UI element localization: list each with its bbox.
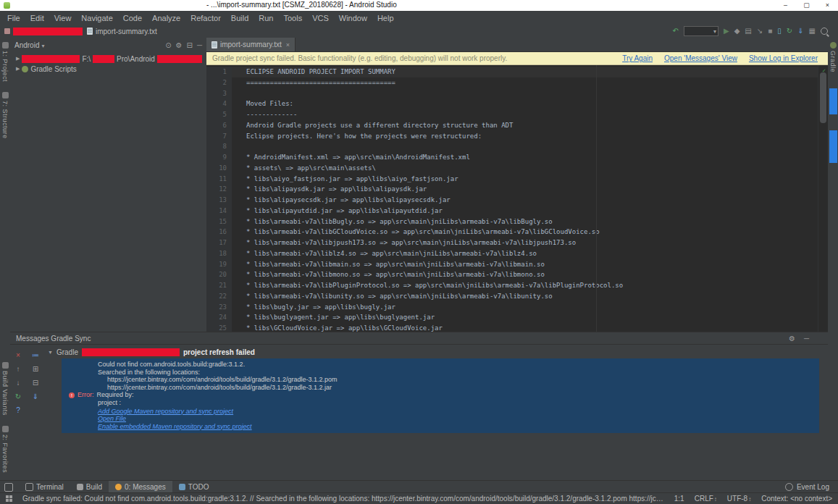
menu-item-vcs[interactable]: VCS [307,14,334,22]
event-log-button[interactable]: Event Log [785,483,838,491]
attach-debugger-icon[interactable]: ↘ [757,28,763,35]
code-line[interactable]: 16* libs\armeabi-v7a\libGCloudVoice.so =… [206,227,828,238]
sync-gradle-icon[interactable]: ↻ [787,28,792,35]
code-line[interactable]: 10* assets\ => app\src\main\assets\ [206,163,828,174]
sdk-manager-icon[interactable]: ⇓ [797,28,803,35]
chevron-down-icon[interactable]: ▼ [48,350,53,355]
expand-all-icon[interactable]: ⊞ [30,366,41,373]
code-line[interactable]: 9* AndroidManifest.xml => app\src\main\A… [206,152,828,163]
breadcrumb-file[interactable]: import-summary.txt [96,28,157,35]
close-icon[interactable]: × [12,352,24,359]
toolwindow-tab-terminal[interactable]: Terminal [19,481,70,493]
settings-icon[interactable]: ⚙ [176,41,183,49]
menu-item-help[interactable]: Help [372,14,399,22]
code-line[interactable]: 20* libs\armeabi-v7a\libmono.so => app\s… [206,269,828,280]
code-line[interactable]: 12* libs\alipaysdk.jar => app\libs\alipa… [206,184,828,195]
context-indicator[interactable]: Context: <no context> [761,495,832,503]
banner-link-try-again[interactable]: Try Again [622,54,653,62]
toolwindow-tab-build[interactable]: Build [70,481,109,493]
gradle-error-node[interactable]: ▼ Gradle project refresh failed [43,347,828,358]
sync-icon[interactable]: ↻ [12,393,24,400]
quickfix-link-enable-embedded-maven-repository-and-sync-project[interactable]: Enable embedded Maven repository and syn… [62,423,819,431]
chevron-right-icon[interactable]: ▶ [16,66,20,72]
menu-item-code[interactable]: Code [118,14,147,22]
code-line[interactable]: 1ECLIPSE ANDROID PROJECT IMPORT SUMMARY [206,67,828,77]
close-tab-icon[interactable]: × [286,41,290,49]
code-line[interactable]: 7Eclipse projects. Here's how the projec… [206,131,828,142]
encoding-indicator[interactable]: UTF-8↕ [727,495,751,503]
code-line[interactable]: 19* libs\armeabi-v7a\libmain.so => app\s… [206,259,828,270]
chevron-right-icon[interactable]: ▶ [16,56,20,62]
avd-manager-icon[interactable]: ▯ [777,28,782,35]
menu-item-build[interactable]: Build [226,14,254,22]
code-line[interactable]: 14* libs\alipayutdid.jar => app\libs\ali… [206,206,828,217]
menu-item-window[interactable]: Window [334,14,372,22]
status-message[interactable]: Gradle sync failed: Could not find com.a… [22,495,664,503]
stop-icon[interactable]: ■ [768,28,772,35]
code-line[interactable]: 3 [206,88,828,99]
menu-item-navigate[interactable]: Navigate [76,14,117,22]
tool-stripe-tab-build-variants[interactable]: Build Variants [1,362,9,416]
run-config-select[interactable]: ▾ [684,26,718,36]
menu-item-run[interactable]: Run [254,14,278,22]
line-separator-indicator[interactable]: CRLF↕ [695,495,717,503]
scrollbar-thumb[interactable] [820,72,826,123]
code-line[interactable]: 2====================================== [206,77,828,88]
export-icon[interactable]: ⇓ [30,393,41,400]
device-manager-icon[interactable]: ▦ [809,28,816,35]
code-line[interactable]: 21* libs\armeabi-v7a\libPluginProtocol.s… [206,280,828,291]
profile-icon[interactable]: ▤ [745,28,751,35]
quickfix-link-add-google-maven-repository-and-sync-project[interactable]: Add Google Maven repository and sync pro… [62,408,819,416]
hide-panel-icon[interactable]: ─ [804,335,809,343]
code-line[interactable]: 15* libs\armeabi-v7a\libBugly.so => app\… [206,217,828,227]
tool-stripe-tab-gradle[interactable]: Gradle [829,42,837,72]
toolwindow-tab-todo[interactable]: TODO [172,481,216,493]
code-line[interactable]: 24* libs\buglyagent.jar => app\libs\bugl… [206,312,828,323]
code-line[interactable]: 23* libs\bugly.jar => app\libs\bugly.jar [206,302,828,313]
minimize-button[interactable]: – [775,0,796,11]
settings-icon[interactable]: ⚙ [789,335,795,343]
editor-body[interactable]: 1ECLIPSE ANDROID PROJECT IMPORT SUMMARY2… [206,65,828,333]
menu-item-analyze[interactable]: Analyze [147,14,185,22]
code-line[interactable]: 18* libs\armeabi-v7a\liblz4.so => app\sr… [206,248,828,259]
collapse-all-icon[interactable]: ⊟ [187,41,193,49]
code-line[interactable]: 5------------- [206,109,828,120]
hide-panel-icon[interactable]: ─ [197,41,202,49]
code-line[interactable]: 8 [206,141,828,152]
search-everywhere-icon[interactable] [821,28,828,35]
debug-icon[interactable]: ◆ [734,28,740,35]
menu-item-tools[interactable]: Tools [278,14,307,22]
filter-icon[interactable]: ≔ [30,352,41,359]
code-line[interactable]: 4Moved Files: [206,98,828,109]
previous-message-icon[interactable]: ↑ [12,366,24,373]
toolwindow-switcher-icon[interactable] [4,483,13,492]
toolwindow-tab-0-messages[interactable]: 0: Messages [109,481,172,493]
menu-item-edit[interactable]: Edit [25,14,49,22]
banner-link-show-log-in-explorer[interactable]: Show Log in Explorer [749,54,818,62]
banner-link-open-messages-view[interactable]: Open 'Messages' View [664,54,737,62]
tree-row[interactable]: ▶Gradle Scripts [10,64,206,74]
maximize-button[interactable]: ▢ [796,0,817,11]
menu-item-refactor[interactable]: Refactor [185,14,226,22]
editor-tab-import-summary[interactable]: import-summary.txt × [206,38,296,51]
next-message-icon[interactable]: ↓ [12,379,24,387]
code-line[interactable]: 13* libs\alipaysecsdk.jar => app\libs\al… [206,195,828,206]
code-line[interactable]: 6Android Gradle projects use a different… [206,120,828,131]
project-view-selector[interactable]: Android▾ [14,41,44,49]
caret-position[interactable]: 1:1 [674,495,684,503]
tool-stripe-tab-1-project[interactable]: 1: Project [1,42,9,82]
toolwindow-toggle-icon[interactable] [6,495,12,502]
help-icon[interactable]: ? [12,407,24,414]
run-icon[interactable]: ▶ [724,28,729,35]
menu-item-view[interactable]: View [49,14,77,22]
quickfix-link-open-file[interactable]: Open File [62,415,819,423]
tool-stripe-tab-2-favorites[interactable]: 2: Favorites [1,426,9,473]
locate-file-icon[interactable]: ⊙ [165,41,171,49]
undo-icon[interactable]: ↶ [673,28,679,35]
close-button[interactable]: × [817,0,838,11]
tool-stripe-tab-7-structure[interactable]: 7: Structure [1,92,9,139]
editor-scrollbar[interactable]: ✓ [818,65,828,333]
code-line[interactable]: 11* libs\aiyo_fastjson.jar => app\libs\a… [206,174,828,185]
collapse-all-icon[interactable]: ⊟ [30,379,41,387]
menu-item-file[interactable]: File [2,14,25,22]
